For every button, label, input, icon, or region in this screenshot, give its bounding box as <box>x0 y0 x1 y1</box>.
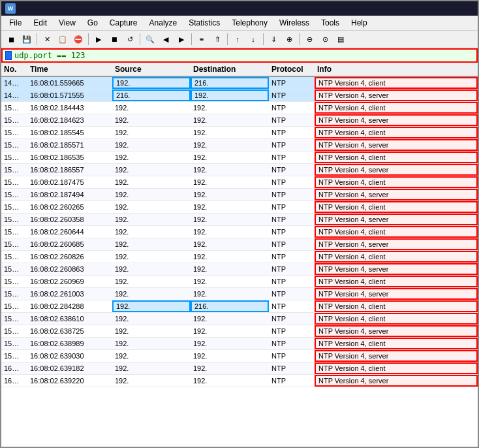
menu-item-capture[interactable]: Capture <box>104 17 143 29</box>
filter-input[interactable] <box>14 51 471 60</box>
cell-no: 15… <box>1 140 27 150</box>
menu-item-telephony[interactable]: Telephony <box>226 17 273 29</box>
toolbar-btn-coloring[interactable]: ▤ <box>333 32 348 46</box>
menu-bar: FileEditViewGoCaptureAnalyzeStatisticsTe… <box>1 16 478 31</box>
table-row[interactable]: 14…16:08:01.571555216.192.NTPNTP Version… <box>1 89 478 102</box>
table-row[interactable]: 15…16:08:02.638989192.192.NTPNTP Version… <box>1 338 478 350</box>
toolbar-btn-zoom-out[interactable]: ⊖ <box>302 32 317 46</box>
menu-item-wireless[interactable]: Wireless <box>274 17 315 29</box>
menu-item-tools[interactable]: Tools <box>316 17 345 29</box>
toolbar-btn-restart[interactable]: ↺ <box>123 32 137 46</box>
toolbar-btn-start-capture[interactable]: ▶ <box>91 32 106 46</box>
table-row[interactable]: 16…16:08:02.639220192.192.NTPNTP Version… <box>1 375 478 387</box>
cell-protocol: NTP <box>269 116 315 125</box>
menu-item-analyze[interactable]: Analyze <box>144 17 183 29</box>
table-row[interactable]: 15…16:08:02.284288192.216.NTPNTP Version… <box>1 300 478 313</box>
toolbar-btn-zoom-in[interactable]: ⊕ <box>282 32 296 46</box>
table-row[interactable]: 15…16:08:02.185571192.192.NTPNTP Version… <box>1 139 478 152</box>
cell-source: 216. <box>112 89 191 101</box>
table-row[interactable]: 15…16:08:02.260358192.192.NTPNTP Version… <box>1 214 478 226</box>
cell-destination: 192. <box>191 376 269 385</box>
cell-destination: 192. <box>191 116 269 125</box>
cell-destination: 192. <box>191 178 269 187</box>
cell-destination: 192. <box>191 289 269 298</box>
cell-info: NTP Version 4, server <box>315 214 478 225</box>
menu-item-statistics[interactable]: Statistics <box>183 17 225 29</box>
table-row[interactable]: 15…16:08:02.260969192.192.NTPNTP Version… <box>1 276 478 288</box>
table-row[interactable]: 15…16:08:02.260826192.192.NTPNTP Version… <box>1 251 478 263</box>
toolbar-btn-save[interactable]: 💾 <box>20 32 34 46</box>
toolbar-btn-open[interactable]: ◼ <box>4 32 18 46</box>
cell-destination: 192. <box>191 364 269 373</box>
cell-protocol: NTP <box>269 240 315 249</box>
table-row[interactable]: 15…16:08:02.639030192.192.NTPNTP Version… <box>1 350 478 362</box>
cell-time: 16:08:02.185571 <box>27 140 112 150</box>
toolbar-btn-prev[interactable]: ↑ <box>230 32 245 46</box>
table-row[interactable]: 15…16:08:02.260685192.192.NTPNTP Version… <box>1 238 478 251</box>
toolbar-btn-next[interactable]: ↓ <box>246 32 260 46</box>
cell-destination: 192. <box>191 277 269 286</box>
toolbar-btn-forward[interactable]: ▶ <box>174 32 189 46</box>
table-row[interactable]: 15…16:08:02.638725192.192.NTPNTP Version… <box>1 325 478 338</box>
toolbar-btn-stop-btn[interactable]: ⏹ <box>107 32 121 46</box>
table-row[interactable]: 15…16:08:02.185545192.192.NTPNTP Version… <box>1 127 478 139</box>
toolbar-btn-close[interactable]: ✕ <box>40 32 54 46</box>
cell-no: 15… <box>1 165 27 174</box>
table-row[interactable]: 15…16:08:02.260863192.192.NTPNTP Version… <box>1 263 478 276</box>
cell-destination: 192. <box>191 89 269 101</box>
toolbar-btn-back[interactable]: ◀ <box>159 32 173 46</box>
cell-source: 192. <box>112 327 191 336</box>
menu-item-help[interactable]: Help <box>346 17 373 29</box>
col-header-protocol: Protocol <box>269 64 315 74</box>
cell-no: 15… <box>1 252 27 261</box>
toolbar-btn-search[interactable]: 🔍 <box>143 32 157 46</box>
table-row[interactable]: 15…16:08:02.260644192.192.NTPNTP Version… <box>1 226 478 238</box>
cell-protocol: NTP <box>269 165 315 174</box>
cell-source: 192. <box>112 314 191 323</box>
cell-source: 192. <box>112 264 191 274</box>
cell-source: 192. <box>112 178 191 187</box>
cell-no: 15… <box>1 339 27 348</box>
menu-item-go[interactable]: Go <box>82 17 103 29</box>
cell-time: 16:08:02.260265 <box>27 202 112 212</box>
table-row[interactable]: 14…16:08:01.559665192.216.NTPNTP Version… <box>1 77 478 89</box>
table-row[interactable]: 15…16:08:02.638610192.192.NTPNTP Version… <box>1 313 478 325</box>
cell-source: 192. <box>112 351 191 360</box>
table-row[interactable]: 15…16:08:02.187494192.192.NTPNTP Version… <box>1 189 478 201</box>
cell-source: 192. <box>112 116 191 125</box>
toolbar-btn-goto[interactable]: ≡ <box>194 32 209 46</box>
table-row[interactable]: 16…16:08:02.639182192.192.NTPNTP Version… <box>1 362 478 375</box>
toolbar-btn-zoom-normal[interactable]: ⊙ <box>318 32 332 46</box>
menu-item-file[interactable]: File <box>4 17 27 29</box>
table-row[interactable]: 15…16:08:02.186557192.192.NTPNTP Version… <box>1 164 478 176</box>
cell-info: NTP Version 4, server <box>315 114 478 126</box>
col-header-source: Source <box>112 64 191 74</box>
table-row[interactable]: 15…16:08:02.261003192.192.NTPNTP Version… <box>1 288 478 300</box>
table-row[interactable]: 15…16:08:02.184443192.192.NTPNTP Version… <box>1 102 478 114</box>
cell-destination: 192. <box>191 351 269 360</box>
toolbar-btn-copy[interactable]: 📋 <box>55 32 70 46</box>
cell-time: 16:08:02.186535 <box>27 153 112 162</box>
toolbar-btn-first[interactable]: ⇑ <box>210 32 224 46</box>
cell-protocol: NTP <box>269 178 315 187</box>
cell-info: NTP Version 4, client <box>315 102 478 114</box>
cell-destination: 192. <box>191 264 269 274</box>
toolbar-btn-last[interactable]: ⇓ <box>266 32 281 46</box>
toolbar-btn-stop-capture[interactable]: ⛔ <box>71 32 85 46</box>
packet-table: No. Time Source Destination Protocol Inf… <box>1 63 478 447</box>
cell-time: 16:08:02.184623 <box>27 116 112 125</box>
table-row[interactable]: 15…16:08:02.184623192.192.NTPNTP Version… <box>1 114 478 127</box>
menu-item-view[interactable]: View <box>54 17 81 29</box>
cell-info: NTP Version 4, client <box>315 313 478 325</box>
cell-destination: 192. <box>191 128 269 137</box>
table-row[interactable]: 15…16:08:02.186535192.192.NTPNTP Version… <box>1 152 478 164</box>
cell-no: 15… <box>1 227 27 236</box>
cell-time: 16:08:02.639182 <box>27 364 112 373</box>
cell-time: 16:08:02.187475 <box>27 178 112 187</box>
cell-no: 15… <box>1 190 27 199</box>
cell-protocol: NTP <box>269 128 315 137</box>
cell-no: 14… <box>1 91 27 100</box>
menu-item-edit[interactable]: Edit <box>28 17 52 29</box>
table-row[interactable]: 15…16:08:02.187475192.192.NTPNTP Version… <box>1 176 478 189</box>
table-row[interactable]: 15…16:08:02.260265192.192.NTPNTP Version… <box>1 201 478 214</box>
